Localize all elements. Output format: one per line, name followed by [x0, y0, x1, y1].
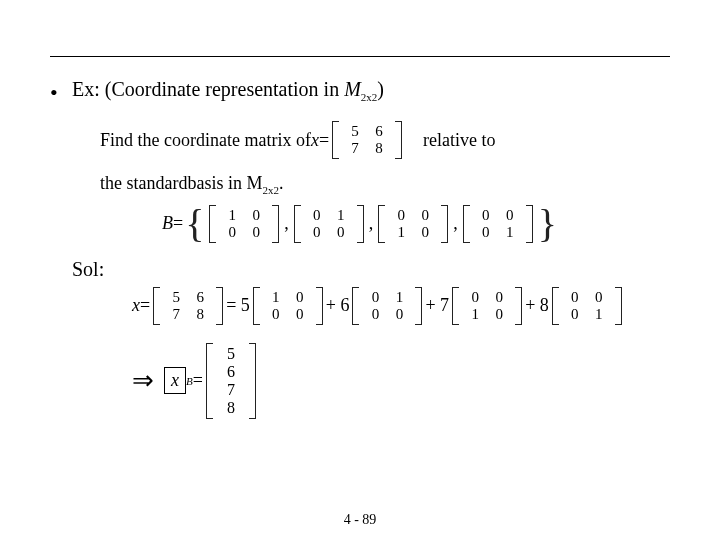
left-brace-icon: {: [183, 204, 206, 244]
plus7: + 7: [425, 295, 449, 316]
term-matrix-3: 0010: [452, 287, 522, 325]
solution-label: Sol:: [72, 258, 670, 281]
implies-icon: ⇒: [132, 365, 154, 396]
result-equation: ⇒ x B = 5 6 7 8: [72, 343, 670, 419]
eq-sign: =: [193, 370, 203, 391]
term-matrix-2: 0100: [352, 287, 422, 325]
x-var: x: [311, 130, 319, 151]
matrix-cell: 8: [367, 140, 391, 157]
title-suffix: ): [377, 78, 384, 100]
basis-matrix-2: 0100: [294, 205, 364, 243]
x-var: x: [132, 295, 140, 316]
comma: ,: [451, 213, 460, 234]
basis-matrix-4: 0001: [463, 205, 533, 243]
coord-vector: 5 6 7 8: [206, 343, 256, 419]
bullet-item: • Ex: (Coordinate representation in M2x2…: [50, 78, 670, 419]
find-text: Find the coordinate matrix of: [100, 130, 311, 151]
slide-content: • Ex: (Coordinate representation in M2x2…: [50, 78, 670, 419]
basis-definition: B = { 1000 , 0100 , 0010 , 0001 }: [72, 204, 670, 244]
problem-line-2: the standardbasis in M2x2.: [72, 173, 670, 196]
basis-set: { 1000 , 0100 , 0010 , 0001 }: [183, 204, 559, 244]
matrix-cell: 5: [343, 123, 367, 140]
right-brace-icon: }: [536, 204, 559, 244]
title-prefix: Ex: (Coordinate representation in: [72, 78, 344, 100]
problem-line-1: Find the coordinate matrix of x = 56 78 …: [72, 121, 670, 159]
title-sub: 2x2: [361, 91, 378, 103]
expansion-equation: x = 5678 = 5 1000 + 6 0100 + 7 0010 + 8 …: [72, 287, 670, 325]
basis-period: .: [279, 173, 284, 193]
comma: ,: [367, 213, 376, 234]
term-matrix-1: 1000: [253, 287, 323, 325]
eq-sign: =: [140, 295, 150, 316]
basis-subscript: B: [186, 375, 193, 387]
plus6: + 6: [326, 295, 350, 316]
example-title: Ex: (Coordinate representation in M2x2): [72, 78, 670, 103]
term-matrix-4: 0001: [552, 287, 622, 325]
basis-label: B: [162, 213, 173, 234]
basis-sub: 2x2: [262, 184, 279, 196]
eq-sign: =: [319, 130, 329, 151]
horizontal-rule: [50, 56, 670, 57]
title-space: M: [344, 78, 361, 100]
comma: ,: [282, 213, 291, 234]
x-var: x: [171, 370, 179, 391]
coord-notation: x: [164, 367, 186, 394]
basis-matrix-1: 1000: [209, 205, 279, 243]
page-number: 4 - 89: [0, 512, 720, 528]
matrix-x: 5678: [153, 287, 223, 325]
bullet-dot-icon: •: [50, 78, 72, 104]
matrix-cell: 7: [343, 140, 367, 157]
matrix-x: 56 78: [332, 121, 402, 159]
basis-text: the standardbasis in M: [100, 173, 262, 193]
matrix-cell: 6: [367, 123, 391, 140]
relative-text: relative to: [423, 130, 495, 151]
plus8: + 8: [525, 295, 549, 316]
eq-sign: =: [173, 213, 183, 234]
eq5: = 5: [226, 295, 250, 316]
basis-matrix-3: 0010: [378, 205, 448, 243]
